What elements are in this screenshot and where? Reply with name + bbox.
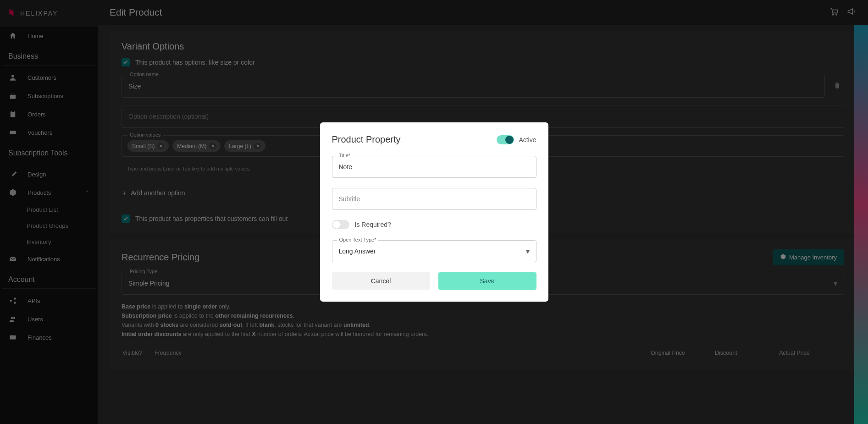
open-text-type-select[interactable] xyxy=(332,241,536,262)
required-toggle[interactable] xyxy=(332,220,349,229)
active-toggle[interactable] xyxy=(497,135,514,144)
subtitle-input[interactable] xyxy=(332,188,536,209)
title-input[interactable] xyxy=(332,156,536,177)
cancel-button[interactable]: Cancel xyxy=(332,272,430,290)
open-text-type-field[interactable]: Open Text Type* ▾ xyxy=(332,240,536,262)
modal-title: Product Property xyxy=(332,134,401,145)
required-label: Is Required? xyxy=(355,221,391,228)
title-field[interactable]: Title* xyxy=(332,156,536,178)
save-button[interactable]: Save xyxy=(438,272,536,290)
active-label: Active xyxy=(519,136,536,143)
field-label: Title* xyxy=(337,153,353,158)
product-property-modal: Product Property Active Title* Is Requir… xyxy=(320,122,548,302)
field-label: Open Text Type* xyxy=(337,237,379,242)
subtitle-field[interactable] xyxy=(332,188,536,210)
modal-overlay[interactable]: Product Property Active Title* Is Requir… xyxy=(0,0,868,424)
